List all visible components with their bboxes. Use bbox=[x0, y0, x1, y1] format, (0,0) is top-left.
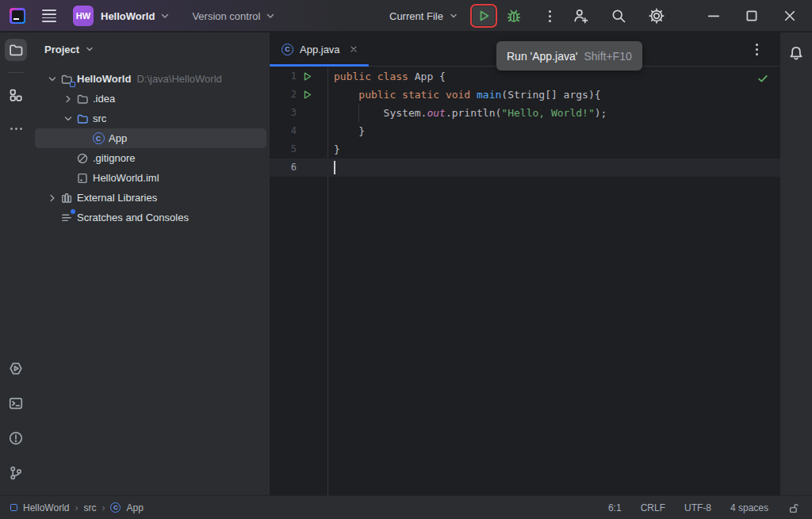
chevron-down-icon[interactable] bbox=[46, 73, 59, 86]
window-maximize-button[interactable] bbox=[741, 6, 763, 26]
more-actions-button[interactable] bbox=[539, 10, 561, 22]
text-caret bbox=[334, 161, 335, 174]
project-panel-header[interactable]: Project bbox=[32, 32, 270, 55]
chevron-right-icon[interactable] bbox=[62, 93, 75, 105]
project-avatar[interactable]: HW bbox=[73, 6, 94, 26]
chevron-spacer bbox=[46, 212, 59, 224]
tab-close-icon[interactable] bbox=[348, 44, 359, 55]
unlock-icon[interactable] bbox=[787, 502, 800, 514]
run-button[interactable] bbox=[473, 6, 495, 25]
source-folder-icon bbox=[75, 112, 90, 126]
notifications-bell-icon[interactable] bbox=[785, 42, 807, 64]
breadcrumb-separator: › bbox=[75, 502, 78, 513]
breadcrumb-file[interactable]: App bbox=[126, 502, 143, 513]
version-control-menu[interactable]: Version control bbox=[192, 10, 260, 22]
code-text[interactable]: public static void main(String[] args){ bbox=[327, 86, 601, 104]
editor-body[interactable]: 1public class App {2 public static void … bbox=[270, 67, 780, 495]
run-gutter-icon[interactable] bbox=[297, 86, 327, 104]
code-line-5[interactable]: 5} bbox=[270, 140, 780, 158]
gutter-space bbox=[297, 122, 327, 140]
breadcrumb-src[interactable]: src bbox=[83, 502, 96, 513]
module-file-icon bbox=[75, 171, 90, 185]
project-path: D:\java\HelloWorld bbox=[136, 73, 221, 85]
chevron-down-icon[interactable] bbox=[62, 113, 75, 125]
breadcrumb-separator: › bbox=[102, 502, 105, 513]
problems-tool-window-button[interactable] bbox=[5, 427, 27, 449]
library-icon bbox=[59, 191, 75, 205]
code-text[interactable] bbox=[327, 158, 334, 177]
code-text[interactable]: } bbox=[327, 122, 365, 140]
tree-item-app-class[interactable]: C App bbox=[35, 128, 266, 148]
indent-widget[interactable]: 4 spaces bbox=[730, 502, 768, 513]
chevron-down-icon[interactable] bbox=[447, 10, 460, 22]
debug-button[interactable] bbox=[503, 6, 525, 26]
tree-item-helloworld-root[interactable]: HelloWorld D:\java\HelloWorld bbox=[35, 69, 266, 89]
status-bar: HelloWorld › src › C App 6:1 CRLF UTF-8 … bbox=[0, 495, 812, 519]
project-folder-icon bbox=[59, 72, 75, 86]
run-configuration-selector[interactable]: Current File bbox=[389, 10, 443, 22]
services-tool-window-button[interactable] bbox=[5, 357, 27, 380]
tree-item-gitignore[interactable]: .gitignore bbox=[35, 148, 266, 168]
tab-options-button[interactable] bbox=[745, 44, 768, 55]
code-line-6[interactable]: 6 bbox=[270, 158, 780, 177]
module-icon bbox=[10, 504, 17, 511]
window-close-button[interactable] bbox=[779, 6, 801, 26]
line-number: 3 bbox=[270, 104, 297, 122]
line-number: 6 bbox=[270, 158, 297, 177]
project-name[interactable]: HelloWorld bbox=[101, 10, 155, 22]
search-everywhere-icon[interactable] bbox=[607, 6, 630, 26]
code-line-3[interactable]: 3 System.out.println("Hello, World!"); bbox=[270, 104, 780, 122]
code-text[interactable]: System.out.println("Hello, World!"); bbox=[327, 104, 607, 122]
line-number: 4 bbox=[270, 122, 297, 140]
code-line-4[interactable]: 4 } bbox=[270, 122, 780, 140]
main-menu-button[interactable] bbox=[42, 10, 56, 21]
window-minimize-button[interactable] bbox=[703, 6, 725, 26]
tree-item-external-libraries[interactable]: External Libraries bbox=[35, 188, 266, 208]
run-gutter-icon[interactable] bbox=[297, 67, 327, 86]
code-text[interactable]: public class App { bbox=[327, 67, 446, 86]
structure-tool-window-button[interactable] bbox=[5, 84, 27, 106]
run-tooltip: Run 'App.java' Shift+F10 bbox=[496, 41, 642, 71]
breadcrumb-project[interactable]: HelloWorld bbox=[23, 502, 69, 513]
breadcrumb: HelloWorld › src › C App bbox=[0, 502, 144, 513]
chevron-spacer bbox=[78, 132, 90, 145]
editor-area: C App.java 1public class App {2 public s… bbox=[270, 32, 780, 495]
module-badge-icon bbox=[70, 82, 75, 87]
gutter-space bbox=[297, 158, 327, 177]
line-number: 1 bbox=[270, 67, 297, 86]
git-tool-window-button[interactable] bbox=[5, 462, 27, 484]
tree-item-scratches[interactable]: Scratches and Consoles bbox=[35, 208, 266, 227]
editor-code: 1public class App {2 public static void … bbox=[270, 67, 780, 177]
settings-gear-icon[interactable] bbox=[645, 6, 668, 26]
line-separator-widget[interactable]: CRLF bbox=[641, 502, 665, 513]
code-text[interactable]: } bbox=[327, 140, 340, 158]
project-panel-title: Project bbox=[44, 44, 79, 55]
chevron-down-icon[interactable] bbox=[264, 10, 277, 22]
line-number: 2 bbox=[270, 86, 297, 104]
clock-badge-icon bbox=[70, 208, 76, 215]
tree-item-idea-folder[interactable]: .idea bbox=[35, 89, 266, 109]
stripe-divider bbox=[8, 72, 24, 73]
tree-item-iml-file[interactable]: HelloWorld.iml bbox=[35, 168, 266, 188]
project-tree: HelloWorld D:\java\HelloWorld .idea src … bbox=[32, 55, 270, 227]
tab-app-java[interactable]: C App.java bbox=[270, 32, 369, 66]
code-with-me-add-user-icon[interactable] bbox=[569, 6, 592, 26]
code-line-2[interactable]: 2 public static void main(String[] args)… bbox=[270, 86, 780, 104]
chevron-spacer bbox=[62, 152, 75, 165]
chevron-right-icon[interactable] bbox=[46, 192, 59, 204]
tree-item-src-folder[interactable]: src bbox=[35, 109, 266, 128]
intellij-logo-icon bbox=[10, 8, 25, 24]
inspection-ok-check-icon[interactable] bbox=[756, 72, 769, 85]
more-tool-windows-button[interactable] bbox=[5, 117, 27, 139]
folder-icon bbox=[75, 92, 90, 106]
class-icon: C bbox=[110, 502, 121, 513]
caret-position-widget[interactable]: 6:1 bbox=[608, 502, 622, 513]
chevron-down-icon[interactable] bbox=[159, 10, 171, 22]
class-icon: C bbox=[282, 44, 293, 55]
ignored-file-icon bbox=[75, 151, 90, 166]
titlebar: HW HelloWorld Version control Current Fi… bbox=[0, 0, 812, 32]
project-tool-window-button[interactable] bbox=[5, 39, 27, 61]
terminal-tool-window-button[interactable] bbox=[5, 392, 27, 414]
scratches-icon bbox=[59, 211, 75, 225]
encoding-widget[interactable]: UTF-8 bbox=[684, 502, 711, 513]
